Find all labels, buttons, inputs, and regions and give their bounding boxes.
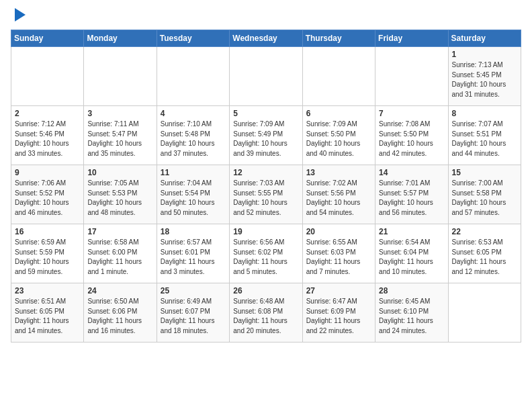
day-info: Sunrise: 6:47 AM Sunset: 6:09 PM Dayligh… xyxy=(306,297,371,336)
calendar-cell: 12Sunrise: 7:03 AM Sunset: 5:55 PM Dayli… xyxy=(230,165,302,224)
calendar-cell: 19Sunrise: 6:56 AM Sunset: 6:02 PM Dayli… xyxy=(230,224,302,283)
header-friday: Friday xyxy=(375,30,448,47)
calendar-cell: 27Sunrise: 6:47 AM Sunset: 6:09 PM Dayli… xyxy=(302,283,375,342)
calendar-cell xyxy=(157,47,229,106)
day-info: Sunrise: 6:59 AM Sunset: 5:59 PM Dayligh… xyxy=(15,238,80,277)
day-number: 20 xyxy=(306,227,371,236)
calendar-week-3: 9Sunrise: 7:06 AM Sunset: 5:52 PM Daylig… xyxy=(11,165,521,224)
calendar-cell xyxy=(11,47,84,106)
page-header xyxy=(11,11,521,21)
day-number: 26 xyxy=(233,286,298,295)
calendar-cell xyxy=(230,47,302,106)
calendar-cell: 14Sunrise: 7:01 AM Sunset: 5:57 PM Dayli… xyxy=(375,165,448,224)
day-info: Sunrise: 6:48 AM Sunset: 6:08 PM Dayligh… xyxy=(233,297,298,336)
day-info: Sunrise: 7:01 AM Sunset: 5:57 PM Dayligh… xyxy=(379,179,444,218)
day-number: 25 xyxy=(161,286,226,295)
calendar-cell: 24Sunrise: 6:50 AM Sunset: 6:06 PM Dayli… xyxy=(84,283,157,342)
day-number: 15 xyxy=(452,168,517,177)
day-number: 3 xyxy=(87,109,152,118)
calendar-cell: 5Sunrise: 7:09 AM Sunset: 5:49 PM Daylig… xyxy=(230,106,302,165)
day-info: Sunrise: 6:54 AM Sunset: 6:04 PM Dayligh… xyxy=(379,238,444,277)
day-number: 22 xyxy=(452,227,517,236)
calendar-cell: 28Sunrise: 6:45 AM Sunset: 6:10 PM Dayli… xyxy=(375,283,448,342)
calendar-week-4: 16Sunrise: 6:59 AM Sunset: 5:59 PM Dayli… xyxy=(11,224,521,283)
day-info: Sunrise: 7:13 AM Sunset: 5:45 PM Dayligh… xyxy=(452,60,517,99)
calendar-cell: 15Sunrise: 7:00 AM Sunset: 5:58 PM Dayli… xyxy=(448,165,521,224)
calendar-week-2: 2Sunrise: 7:12 AM Sunset: 5:46 PM Daylig… xyxy=(11,106,521,165)
calendar-header-row: SundayMondayTuesdayWednesdayThursdayFrid… xyxy=(11,30,521,47)
day-info: Sunrise: 6:56 AM Sunset: 6:02 PM Dayligh… xyxy=(233,238,298,277)
calendar-cell: 2Sunrise: 7:12 AM Sunset: 5:46 PM Daylig… xyxy=(11,106,84,165)
calendar-cell: 9Sunrise: 7:06 AM Sunset: 5:52 PM Daylig… xyxy=(11,165,84,224)
calendar-cell: 4Sunrise: 7:10 AM Sunset: 5:48 PM Daylig… xyxy=(157,106,229,165)
header-monday: Monday xyxy=(84,30,157,47)
calendar-cell xyxy=(84,47,157,106)
calendar-cell: 16Sunrise: 6:59 AM Sunset: 5:59 PM Dayli… xyxy=(11,224,84,283)
day-info: Sunrise: 7:11 AM Sunset: 5:47 PM Dayligh… xyxy=(87,120,152,158)
calendar-cell: 1Sunrise: 7:13 AM Sunset: 5:45 PM Daylig… xyxy=(448,47,521,106)
logo-arrow-icon xyxy=(15,8,26,21)
day-info: Sunrise: 6:53 AM Sunset: 6:05 PM Dayligh… xyxy=(452,238,517,277)
day-number: 28 xyxy=(379,286,444,295)
day-number: 27 xyxy=(306,286,371,295)
day-info: Sunrise: 7:07 AM Sunset: 5:51 PM Dayligh… xyxy=(452,120,517,158)
day-number: 17 xyxy=(87,227,152,236)
day-number: 2 xyxy=(15,109,80,118)
calendar-cell: 23Sunrise: 6:51 AM Sunset: 6:05 PM Dayli… xyxy=(11,283,84,342)
calendar-table: SundayMondayTuesdayWednesdayThursdayFrid… xyxy=(11,30,521,342)
calendar-cell xyxy=(448,283,521,342)
day-info: Sunrise: 7:12 AM Sunset: 5:46 PM Dayligh… xyxy=(15,120,80,158)
day-number: 13 xyxy=(306,168,371,177)
day-info: Sunrise: 6:55 AM Sunset: 6:03 PM Dayligh… xyxy=(306,238,371,277)
day-info: Sunrise: 6:57 AM Sunset: 6:01 PM Dayligh… xyxy=(161,238,226,277)
day-info: Sunrise: 7:03 AM Sunset: 5:55 PM Dayligh… xyxy=(233,179,298,218)
day-number: 23 xyxy=(15,286,80,295)
header-wednesday: Wednesday xyxy=(230,30,302,47)
header-thursday: Thursday xyxy=(302,30,375,47)
day-info: Sunrise: 7:00 AM Sunset: 5:58 PM Dayligh… xyxy=(452,179,517,218)
day-number: 6 xyxy=(306,109,371,118)
day-number: 18 xyxy=(161,227,226,236)
day-number: 1 xyxy=(452,50,517,59)
calendar-cell xyxy=(302,47,375,106)
calendar-cell: 18Sunrise: 6:57 AM Sunset: 6:01 PM Dayli… xyxy=(157,224,229,283)
calendar-cell: 11Sunrise: 7:04 AM Sunset: 5:54 PM Dayli… xyxy=(157,165,229,224)
day-number: 10 xyxy=(87,168,152,177)
day-number: 24 xyxy=(87,286,152,295)
day-number: 8 xyxy=(452,109,517,118)
day-info: Sunrise: 7:05 AM Sunset: 5:53 PM Dayligh… xyxy=(87,179,152,218)
calendar-cell: 10Sunrise: 7:05 AM Sunset: 5:53 PM Dayli… xyxy=(84,165,157,224)
calendar-week-1: 1Sunrise: 7:13 AM Sunset: 5:45 PM Daylig… xyxy=(11,47,521,106)
calendar-cell: 3Sunrise: 7:11 AM Sunset: 5:47 PM Daylig… xyxy=(84,106,157,165)
day-info: Sunrise: 6:51 AM Sunset: 6:05 PM Dayligh… xyxy=(15,297,80,336)
logo xyxy=(11,11,26,21)
calendar-cell: 21Sunrise: 6:54 AM Sunset: 6:04 PM Dayli… xyxy=(375,224,448,283)
header-sunday: Sunday xyxy=(11,30,84,47)
header-tuesday: Tuesday xyxy=(157,30,229,47)
calendar-cell: 7Sunrise: 7:08 AM Sunset: 5:50 PM Daylig… xyxy=(375,106,448,165)
day-info: Sunrise: 7:02 AM Sunset: 5:56 PM Dayligh… xyxy=(306,179,371,218)
calendar-cell xyxy=(375,47,448,106)
calendar-cell: 17Sunrise: 6:58 AM Sunset: 6:00 PM Dayli… xyxy=(84,224,157,283)
day-info: Sunrise: 6:45 AM Sunset: 6:10 PM Dayligh… xyxy=(379,297,444,336)
day-info: Sunrise: 7:09 AM Sunset: 5:50 PM Dayligh… xyxy=(306,120,371,158)
calendar-cell: 6Sunrise: 7:09 AM Sunset: 5:50 PM Daylig… xyxy=(302,106,375,165)
day-number: 12 xyxy=(233,168,298,177)
calendar-cell: 22Sunrise: 6:53 AM Sunset: 6:05 PM Dayli… xyxy=(448,224,521,283)
calendar-cell: 13Sunrise: 7:02 AM Sunset: 5:56 PM Dayli… xyxy=(302,165,375,224)
day-info: Sunrise: 7:06 AM Sunset: 5:52 PM Dayligh… xyxy=(15,179,80,218)
calendar-cell: 26Sunrise: 6:48 AM Sunset: 6:08 PM Dayli… xyxy=(230,283,302,342)
day-number: 21 xyxy=(379,227,444,236)
calendar-cell: 20Sunrise: 6:55 AM Sunset: 6:03 PM Dayli… xyxy=(302,224,375,283)
calendar-week-5: 23Sunrise: 6:51 AM Sunset: 6:05 PM Dayli… xyxy=(11,283,521,342)
day-number: 7 xyxy=(379,109,444,118)
day-info: Sunrise: 7:08 AM Sunset: 5:50 PM Dayligh… xyxy=(379,120,444,158)
day-info: Sunrise: 7:09 AM Sunset: 5:49 PM Dayligh… xyxy=(233,120,298,158)
day-number: 19 xyxy=(233,227,298,236)
day-number: 4 xyxy=(161,109,226,118)
day-info: Sunrise: 6:50 AM Sunset: 6:06 PM Dayligh… xyxy=(87,297,152,336)
day-number: 14 xyxy=(379,168,444,177)
day-info: Sunrise: 7:04 AM Sunset: 5:54 PM Dayligh… xyxy=(161,179,226,218)
calendar-cell: 25Sunrise: 6:49 AM Sunset: 6:07 PM Dayli… xyxy=(157,283,229,342)
day-number: 11 xyxy=(161,168,226,177)
